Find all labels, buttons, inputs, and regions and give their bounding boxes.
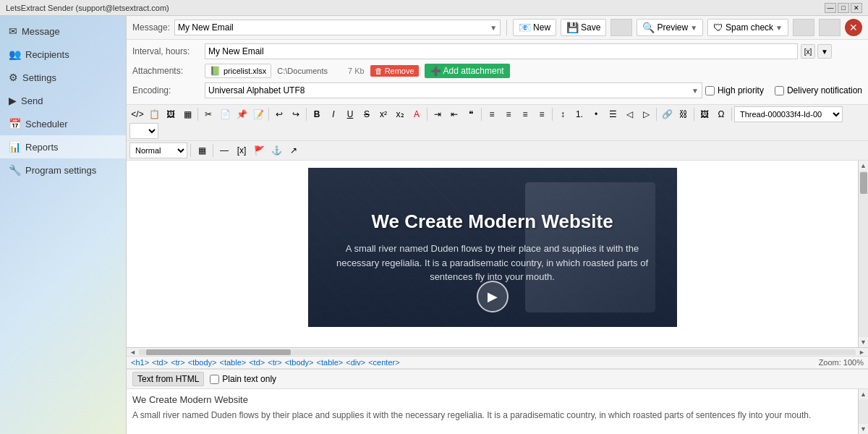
- outdent-btn[interactable]: ⇤: [446, 106, 462, 122]
- add-attachment-button[interactable]: ➕ Add attachment: [425, 64, 510, 78]
- hr-btn[interactable]: —: [216, 142, 232, 158]
- align-justify-btn[interactable]: ≡: [534, 106, 550, 122]
- scroll-thumb[interactable]: [860, 172, 867, 194]
- paste-text-btn[interactable]: 📝: [250, 106, 266, 122]
- table-btn[interactable]: ▦: [179, 106, 195, 122]
- tag-table-2[interactable]: <table>: [317, 358, 344, 367]
- tag-h1[interactable]: <h1>: [131, 358, 149, 367]
- tag-tbody-1[interactable]: <tbody>: [188, 358, 217, 367]
- increase-indent-btn[interactable]: ▷: [638, 106, 654, 122]
- align-center-btn[interactable]: ≡: [501, 106, 516, 122]
- list-ordered-btn[interactable]: 1.: [571, 106, 587, 122]
- placeholder-btn[interactable]: [x]: [234, 142, 250, 158]
- tag-tbody-2[interactable]: <tbody>: [285, 358, 314, 367]
- sidebar-item-send[interactable]: ▶ Send: [0, 89, 126, 112]
- copy-btn[interactable]: 📄: [217, 106, 233, 122]
- high-priority-input[interactable]: [705, 86, 715, 95]
- horizontal-scrollbar[interactable]: ◄ ►: [127, 347, 868, 356]
- interval-dropdown-btn[interactable]: ▼: [817, 44, 832, 59]
- scroll-track[interactable]: [859, 171, 868, 337]
- block-quote-btn[interactable]: ❝: [463, 106, 479, 122]
- message-dropdown[interactable]: My New Email ▼: [174, 20, 501, 35]
- maximize-button[interactable]: □: [838, 3, 849, 13]
- share-btn[interactable]: ↗: [286, 142, 302, 158]
- scroll-up-arrow[interactable]: ▲: [859, 161, 869, 171]
- interval-input[interactable]: [205, 43, 798, 59]
- flag-btn[interactable]: 🚩: [251, 142, 267, 158]
- italic-btn[interactable]: I: [326, 106, 341, 122]
- remove-button[interactable]: 🗑 Remove: [370, 65, 419, 77]
- delivery-notification-input[interactable]: [775, 86, 784, 95]
- color-select[interactable]: [129, 123, 158, 139]
- underline-btn[interactable]: U: [342, 106, 358, 122]
- strikethrough-btn[interactable]: S: [359, 106, 375, 122]
- unlink-btn[interactable]: ⛓: [676, 106, 692, 122]
- template-btn[interactable]: 📋: [146, 106, 162, 122]
- undo-btn[interactable]: ↩: [271, 106, 287, 122]
- font-color-btn[interactable]: A: [409, 106, 425, 122]
- line-height-btn[interactable]: ↕: [555, 106, 571, 122]
- spam-check-button[interactable]: 🛡 Spam check ▼: [707, 19, 788, 36]
- plain-text-scrollbar[interactable]: ▲ ▼: [858, 389, 868, 434]
- tag-td-2[interactable]: <td>: [249, 358, 265, 367]
- plain-text-toggle[interactable]: Plain text only: [210, 374, 276, 384]
- plain-text-area[interactable]: We Create Modern Website A small river n…: [127, 389, 858, 434]
- paste-btn[interactable]: 📌: [234, 106, 250, 122]
- subscript-btn[interactable]: x₂: [392, 106, 408, 122]
- plain-scroll-up[interactable]: ▲: [859, 389, 869, 399]
- new-button[interactable]: 📧 New: [513, 19, 556, 36]
- sidebar-item-recipients[interactable]: 👥 Recipients: [0, 43, 126, 66]
- right-scrollbar[interactable]: ▲ ▼: [858, 161, 868, 347]
- tag-center[interactable]: <center>: [368, 358, 399, 367]
- tag-tr-1[interactable]: <tr>: [171, 358, 185, 367]
- link-btn[interactable]: 🔗: [659, 106, 675, 122]
- sidebar-item-settings[interactable]: ⚙ Settings: [0, 66, 126, 89]
- close-button[interactable]: ✕: [851, 3, 862, 13]
- preview-button[interactable]: 🔍 Preview ▼: [637, 19, 703, 36]
- tag-tr-2[interactable]: <tr>: [268, 358, 282, 367]
- play-button[interactable]: ▶: [477, 281, 509, 312]
- h-scroll-thumb[interactable]: [146, 349, 291, 355]
- plain-scroll-track[interactable]: [859, 399, 868, 424]
- scroll-down-arrow[interactable]: ▼: [859, 337, 869, 347]
- plain-scroll-down[interactable]: ▼: [859, 424, 869, 434]
- encoding-dropdown[interactable]: Universal Alphabet UTF8 ▼: [205, 82, 702, 98]
- redo-btn[interactable]: ↪: [288, 106, 304, 122]
- table-insert-btn[interactable]: ▦: [194, 142, 210, 158]
- thread-select[interactable]: Thread-000033f4-Id-00: [734, 106, 843, 122]
- list-style-btn[interactable]: ☰: [605, 106, 621, 122]
- list-unordered-btn[interactable]: •: [588, 106, 604, 122]
- interval-edit-icon[interactable]: [x]: [801, 44, 815, 59]
- align-right-btn[interactable]: ≡: [517, 106, 533, 122]
- superscript-btn[interactable]: x²: [375, 106, 391, 122]
- insert-symbol-btn[interactable]: Ω: [713, 106, 729, 122]
- insert-image-btn[interactable]: 🖼: [697, 106, 712, 122]
- scroll-left-arrow[interactable]: ◄: [128, 349, 137, 356]
- sidebar-item-scheduler[interactable]: 📅 Scheduler: [0, 112, 126, 135]
- tag-td-1[interactable]: <td>: [152, 358, 168, 367]
- plain-text-checkbox[interactable]: [210, 375, 219, 384]
- html-source-btn[interactable]: </>: [129, 106, 145, 122]
- bold-btn[interactable]: B: [309, 106, 325, 122]
- scroll-right-arrow[interactable]: ►: [857, 349, 867, 356]
- delivery-notification-checkbox[interactable]: Delivery notification: [775, 85, 862, 95]
- high-priority-checkbox[interactable]: High priority: [705, 85, 764, 95]
- sidebar-item-message[interactable]: ✉ Message: [0, 20, 126, 43]
- align-left-btn[interactable]: ≡: [484, 106, 500, 122]
- h-scroll-track[interactable]: [139, 349, 856, 355]
- save-button[interactable]: 💾 Save: [561, 19, 606, 36]
- tag-table-1[interactable]: <table>: [219, 358, 246, 367]
- editor-main[interactable]: We Create Modern Website A small river n…: [127, 161, 858, 347]
- tag-div[interactable]: <div>: [346, 358, 365, 367]
- format-select[interactable]: Normal: [129, 142, 187, 158]
- minimize-button[interactable]: —: [825, 3, 836, 13]
- image-btn[interactable]: 🖼: [163, 106, 179, 122]
- indent-btn[interactable]: ⇥: [430, 106, 446, 122]
- decrease-indent-btn[interactable]: ◁: [621, 106, 637, 122]
- message-icon: ✉: [9, 25, 17, 37]
- sidebar-item-program-settings[interactable]: 🔧 Program settings: [0, 158, 126, 182]
- text-from-html-tab[interactable]: Text from HTML: [132, 372, 204, 386]
- sidebar-item-reports[interactable]: 📊 Reports: [0, 135, 126, 158]
- cut-btn[interactable]: ✂: [200, 106, 216, 122]
- anchor-btn[interactable]: ⚓: [268, 142, 284, 158]
